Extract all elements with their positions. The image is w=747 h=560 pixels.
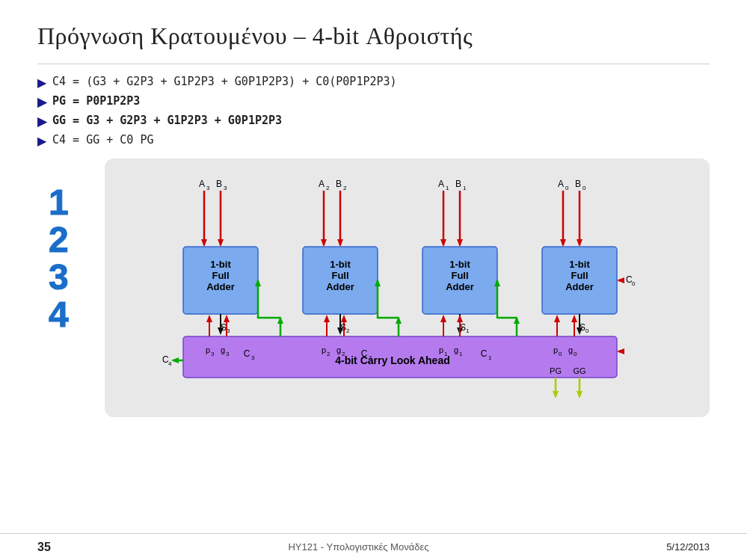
svg-text:S: S: [460, 322, 466, 333]
svg-marker-112: [617, 277, 624, 283]
footer: 35 ΗΥ121 - Υπολογιστικές Μονάδες 5/12/20…: [0, 533, 747, 560]
svg-text:4: 4: [49, 295, 69, 334]
svg-text:A: A: [437, 179, 443, 189]
svg-text:0: 0: [574, 351, 577, 357]
svg-text:1-bit: 1-bit: [569, 259, 590, 270]
svg-text:2: 2: [327, 351, 331, 357]
svg-text:Adder: Adder: [565, 281, 594, 292]
svg-text:1-bit: 1-bit: [449, 259, 470, 270]
svg-text:C: C: [480, 348, 487, 359]
slide-title: Πρόγνωση Κρατουμένου – 4-bit Αθροιστής: [37, 22, 710, 50]
svg-marker-122: [206, 315, 212, 322]
slide: Πρόγνωση Κρατουμένου – 4-bit Αθροιστής ▶…: [0, 0, 747, 560]
svg-marker-130: [440, 315, 446, 322]
svg-text:Full: Full: [331, 270, 348, 281]
svg-text:2: 2: [346, 327, 350, 334]
svg-marker-120: [577, 391, 582, 399]
footer-page-number: 35: [37, 541, 51, 554]
svg-marker-69: [457, 239, 463, 247]
svg-text:4-bit Carry Look Ahead: 4-bit Carry Look Ahead: [335, 354, 450, 366]
bullet-item-2: ▶ PG = P0P1P2P3: [37, 94, 710, 109]
svg-text:0: 0: [632, 280, 636, 287]
svg-text:Full: Full: [451, 270, 468, 281]
svg-marker-116: [171, 357, 179, 363]
svg-text:A: A: [318, 179, 324, 189]
svg-text:A: A: [198, 179, 204, 189]
svg-text:p: p: [205, 345, 209, 354]
svg-marker-118: [553, 391, 559, 399]
bullet-text-4: C4 = GG + C0 PG: [52, 133, 153, 147]
bullet-list: ▶ C4 = (G3 + G2P3 + G1P2P3 + G0P1P2P3) +…: [37, 75, 710, 148]
svg-text:g: g: [336, 345, 340, 354]
svg-text:0: 0: [582, 185, 586, 191]
bullet-item-3: ▶ GG = G3 + G2P3 + G1P2P3 + G0P1P2P3: [37, 114, 710, 129]
circuit-diagram-box: 1-bit Full Adder 1-bit Full Adder 1-bit …: [105, 159, 710, 417]
svg-text:4: 4: [168, 360, 172, 367]
svg-text:Adder: Adder: [206, 281, 235, 292]
svg-text:S: S: [221, 322, 227, 333]
svg-text:1: 1: [488, 354, 492, 361]
title-divider: [37, 64, 710, 64]
svg-text:p: p: [321, 345, 325, 354]
svg-text:2: 2: [343, 185, 347, 191]
svg-marker-51: [201, 239, 207, 247]
svg-text:Full: Full: [212, 270, 229, 281]
svg-text:PG: PG: [550, 366, 562, 375]
bullet-arrow-1: ▶: [37, 76, 46, 90]
svg-text:3: 3: [49, 257, 69, 297]
svg-text:p: p: [438, 345, 443, 354]
svg-text:C: C: [243, 348, 250, 359]
svg-text:2: 2: [326, 185, 330, 191]
svg-text:0: 0: [565, 185, 569, 191]
bullet-arrow-3: ▶: [37, 114, 46, 129]
svg-text:3: 3: [224, 185, 227, 191]
svg-text:g: g: [453, 345, 458, 354]
svg-text:g: g: [568, 345, 572, 354]
svg-text:A: A: [557, 179, 563, 189]
svg-marker-77: [577, 239, 582, 247]
svg-text:Full: Full: [571, 270, 588, 281]
svg-text:1-bit: 1-bit: [330, 259, 351, 270]
svg-text:GG: GG: [573, 366, 585, 375]
svg-marker-124: [224, 315, 230, 322]
bullet-text-3: GG = G3 + G2P3 + G1P2P3 + G0P1P2P3: [52, 114, 282, 127]
svg-marker-126: [324, 315, 330, 322]
svg-text:Adder: Adder: [446, 281, 474, 292]
footer-center-text: ΗΥ121 - Υπολογιστικές Μονάδες: [288, 541, 428, 553]
bullet-arrow-4: ▶: [37, 134, 46, 148]
svg-marker-75: [560, 239, 566, 247]
svg-text:1: 1: [49, 182, 69, 222]
svg-text:p: p: [553, 345, 557, 354]
bullet-item-1: ▶ C4 = (G3 + G2P3 + G1P2P3 + G0P1P2P3) +…: [37, 75, 710, 90]
svg-text:B: B: [574, 179, 580, 189]
svg-text:3: 3: [206, 185, 210, 191]
svg-marker-67: [440, 239, 446, 247]
svg-marker-128: [341, 315, 347, 322]
svg-marker-136: [571, 315, 577, 322]
svg-text:2: 2: [49, 220, 69, 259]
svg-text:1-bit: 1-bit: [210, 259, 231, 270]
bullet-text-2: PG = P0P1P2P3: [52, 94, 140, 108]
svg-text:3: 3: [226, 351, 230, 357]
svg-text:S: S: [580, 322, 585, 333]
svg-marker-138: [617, 348, 624, 354]
svg-text:B: B: [335, 179, 341, 189]
bullet-item-4: ▶ C4 = GG + C0 PG: [37, 133, 710, 148]
svg-marker-61: [337, 239, 343, 247]
number-graphic: 1 2 3 4: [37, 173, 97, 341]
svg-marker-132: [457, 315, 463, 322]
svg-text:3: 3: [211, 351, 215, 357]
footer-date: 5/12/2013: [666, 541, 710, 553]
bullet-arrow-2: ▶: [37, 95, 46, 109]
svg-text:1: 1: [466, 327, 470, 334]
diagram-area: 1 2 3 4 1-bit Full Adder 1-bit Full Adde…: [37, 159, 710, 417]
svg-text:3: 3: [251, 354, 255, 361]
svg-text:g: g: [220, 345, 224, 354]
svg-text:B: B: [215, 179, 221, 189]
svg-text:1: 1: [446, 185, 449, 191]
svg-text:1: 1: [459, 351, 463, 357]
svg-marker-53: [218, 239, 224, 247]
numbers-svg: 1 2 3 4: [37, 173, 97, 338]
svg-marker-59: [321, 239, 327, 247]
svg-text:Adder: Adder: [326, 281, 354, 292]
